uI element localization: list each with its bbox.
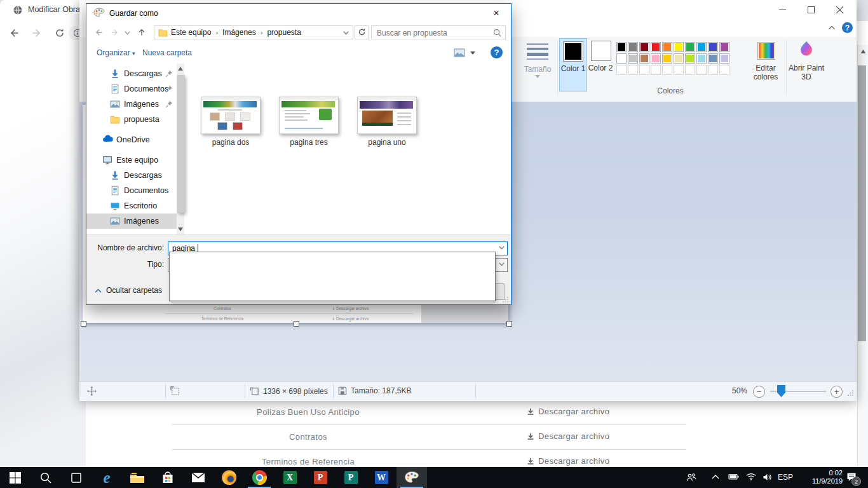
palette-swatch[interactable] — [662, 53, 672, 64]
taskbar-store-icon[interactable] — [153, 467, 183, 488]
palette-swatch[interactable] — [719, 53, 729, 64]
sidebar-item-documentos[interactable]: Documentos — [86, 183, 177, 198]
close-button[interactable] — [825, 0, 854, 19]
show-hidden-icons-chevron[interactable] — [712, 475, 722, 485]
palette-empty-slot[interactable] — [616, 65, 627, 75]
breadcrumb-item[interactable]: Este equipo — [171, 28, 211, 37]
taskbar-task-view-icon[interactable] — [61, 467, 92, 488]
refresh-button[interactable] — [355, 25, 369, 39]
search-input[interactable] — [376, 27, 489, 39]
recent-locations-icon[interactable] — [125, 31, 130, 35]
scroll-down-icon[interactable] — [178, 227, 183, 232]
color1-button[interactable]: Color 1 — [559, 38, 587, 92]
palette-swatch[interactable] — [651, 42, 661, 52]
breadcrumb[interactable]: Este equipo›Imágenes›propuesta — [154, 25, 353, 39]
dialog-titlebar[interactable]: Guardar como × — [86, 4, 511, 23]
chevron-down-icon[interactable] — [343, 31, 349, 35]
palette-empty-slot[interactable] — [639, 65, 649, 75]
resize-handle-bottom-center[interactable] — [294, 321, 299, 327]
palette-empty-slot[interactable] — [685, 65, 695, 75]
taskbar-file-explorer-icon[interactable] — [122, 467, 153, 488]
file-item-uno[interactable]: pagina uno — [352, 97, 422, 147]
refresh-icon[interactable] — [55, 28, 65, 38]
sidebar-item-descargas[interactable]: Descargas — [86, 66, 177, 81]
palette-swatch[interactable] — [696, 42, 707, 52]
palette-empty-slot[interactable] — [708, 65, 718, 75]
file-thumbnail[interactable] — [357, 97, 417, 134]
filename-autocomplete-popup[interactable] — [169, 252, 496, 301]
scrollbar-thumb[interactable] — [177, 75, 185, 213]
palette-empty-slot[interactable] — [651, 65, 661, 75]
scroll-up-icon[interactable] — [860, 49, 866, 54]
taskbar-mail-icon[interactable] — [183, 467, 214, 488]
palette-swatch[interactable] — [639, 53, 649, 64]
palette-swatch[interactable] — [696, 53, 707, 64]
taskbar-publisher-icon[interactable]: P — [336, 467, 366, 488]
wifi-icon[interactable] — [746, 473, 756, 483]
file-item-tres[interactable]: pagina tres — [274, 97, 344, 147]
sidebar-item-imágenes[interactable]: Imágenes — [86, 97, 177, 112]
sidebar-item-escritorio[interactable]: Escritorio — [86, 198, 177, 214]
resize-grip-icon[interactable] — [847, 390, 854, 396]
minimize-button[interactable] — [768, 0, 797, 19]
palette-swatch[interactable] — [708, 42, 718, 52]
open-paint3d-button[interactable]: Abrir Paint 3D — [788, 38, 825, 95]
hide-folders-button[interactable]: Ocultar carpetas — [95, 286, 162, 295]
sidebar-item-imágenes[interactable]: Imágenes — [86, 214, 177, 229]
language-indicator[interactable]: ESP — [778, 473, 793, 482]
palette-empty-slot[interactable] — [674, 65, 684, 75]
new-folder-button[interactable]: Nueva carpeta — [142, 48, 192, 57]
resize-handle-bottom-right[interactable] — [506, 321, 512, 327]
download-link[interactable]: Descargar archivo — [526, 407, 609, 416]
back-icon[interactable] — [94, 28, 103, 37]
size-button[interactable]: Tamaño — [521, 38, 554, 95]
scroll-up-icon[interactable] — [178, 66, 183, 71]
download-link[interactable]: Descargar archivo — [526, 431, 609, 441]
palette-empty-slot[interactable] — [628, 65, 638, 75]
zoom-out-button[interactable]: − — [753, 386, 765, 398]
zoom-in-button[interactable]: + — [831, 386, 843, 398]
palette-swatch[interactable] — [685, 53, 695, 64]
palette-empty-slot[interactable] — [696, 65, 707, 75]
views-icon[interactable] — [454, 48, 465, 57]
breadcrumb-item[interactable]: Imágenes — [222, 28, 256, 37]
file-thumbnail[interactable] — [201, 97, 261, 134]
forward-icon[interactable] — [32, 28, 42, 38]
sidebar-item-documentos[interactable]: Documentos — [86, 81, 177, 97]
palette-swatch[interactable] — [628, 53, 638, 64]
battery-icon[interactable] — [728, 473, 738, 483]
search-icon[interactable] — [493, 29, 501, 37]
taskbar-start-icon[interactable] — [0, 467, 31, 488]
palette-empty-slot[interactable] — [719, 65, 729, 75]
organize-button[interactable]: Organizar ▾ — [97, 48, 135, 57]
download-link[interactable]: Descargar archivo — [526, 456, 609, 466]
sidebar-item-propuesta[interactable]: propuesta — [86, 112, 177, 127]
file-thumbnail[interactable] — [279, 97, 339, 134]
chevron-down-icon[interactable] — [499, 262, 505, 266]
palette-swatch[interactable] — [674, 53, 684, 64]
breadcrumb-item[interactable]: propuesta — [267, 28, 301, 37]
chevron-down-icon[interactable] — [499, 246, 505, 250]
taskbar-word-icon[interactable]: W — [366, 467, 397, 488]
sidebar-item-este-equipo[interactable]: Este equipo — [86, 152, 177, 168]
help-icon[interactable]: ? — [842, 22, 853, 33]
taskbar-chrome-icon[interactable] — [244, 467, 275, 488]
volume-icon[interactable] — [763, 473, 773, 483]
taskbar-excel-icon[interactable]: X — [275, 467, 305, 488]
taskbar-paint-icon[interactable] — [397, 467, 427, 488]
taskbar-powerpoint-icon[interactable]: P — [305, 467, 336, 488]
sidebar-item-descargas[interactable]: Descargas — [86, 168, 177, 183]
file-item-dos[interactable]: pagina dos — [196, 97, 266, 147]
collapse-ribbon-icon[interactable] — [828, 25, 836, 31]
taskbar-edge-icon[interactable]: e — [92, 467, 122, 488]
palette-swatch[interactable] — [685, 42, 695, 52]
breadcrumb-path[interactable]: Este equipo›Imágenes›propuesta — [171, 28, 301, 37]
resize-handle-bottom-left[interactable] — [81, 321, 86, 327]
dialog-resize-grip[interactable] — [502, 296, 509, 303]
dialog-close-icon[interactable]: × — [487, 5, 506, 22]
zoom-slider-handle[interactable] — [777, 385, 785, 397]
back-icon[interactable] — [9, 28, 19, 38]
palette-swatch[interactable] — [616, 42, 627, 52]
palette-swatch[interactable] — [616, 53, 627, 64]
sidebar-item-onedrive[interactable]: OneDrive — [86, 132, 177, 147]
